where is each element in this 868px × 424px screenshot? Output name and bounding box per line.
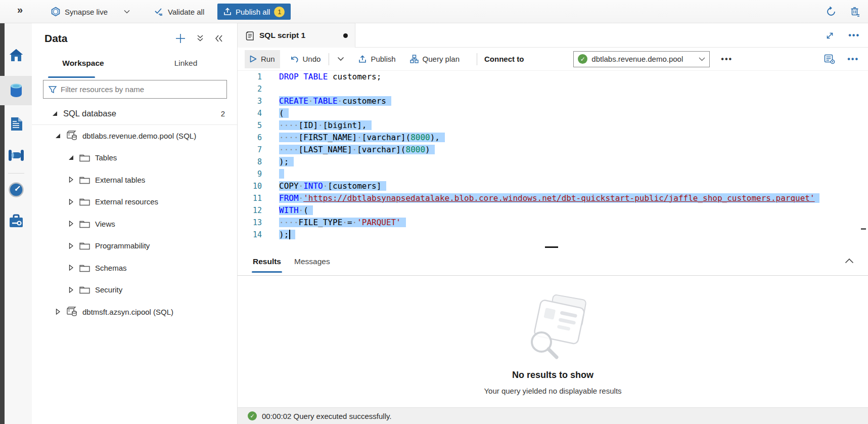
publish-count-badge: 1 — [274, 7, 285, 17]
code-line-4[interactable]: 4( — [238, 107, 868, 119]
collapsed-arrow-icon[interactable] — [66, 177, 75, 183]
tree-item-pool-dbtmsft[interactable]: dbtmsft.azsyn.cipool (SQL) — [32, 301, 237, 323]
line-number: 5 — [238, 119, 268, 132]
folder-icon — [79, 197, 90, 206]
collapsed-arrow-icon[interactable] — [66, 287, 75, 293]
code-line-11[interactable]: 11FROM·'https://dbtlabsynapsedatalake.bl… — [238, 192, 868, 204]
tab-more-actions-icon[interactable]: ••• — [848, 31, 860, 40]
query-status-bar: ✓ 00:00:02 Query executed successfully. — [238, 407, 868, 424]
line-number: 1 — [238, 71, 268, 83]
tree-item-schemas[interactable]: Schemas — [32, 257, 237, 279]
folder-icon — [79, 176, 90, 184]
filter-resources-input[interactable] — [61, 85, 221, 94]
code-line-9[interactable]: 9 — [238, 168, 868, 180]
query-plan-button[interactable]: Query plan — [405, 50, 465, 68]
publish-button[interactable]: Publish — [353, 50, 400, 68]
validate-all-button[interactable]: Validate all — [155, 0, 204, 23]
collapsed-arrow-icon[interactable] — [66, 243, 75, 249]
properties-icon[interactable] — [824, 54, 835, 64]
chevron-down-icon — [337, 57, 344, 61]
code-line-13[interactable]: 13····FILE_TYPE·=·'PARQUET' — [238, 217, 868, 229]
code-line-14[interactable]: 14); — [238, 229, 868, 241]
code-line-2[interactable]: 2 — [238, 83, 868, 95]
toolbar-divider — [329, 53, 329, 65]
collapse-all-icon[interactable] — [197, 34, 204, 43]
connect-to-pool-dropdown[interactable]: ✓ dbtlabs.revenue.demo.pool — [573, 51, 710, 67]
tab-results[interactable]: Results — [253, 257, 281, 266]
collapsed-arrow-icon[interactable] — [66, 265, 75, 271]
nav-monitor-button[interactable] — [0, 176, 32, 203]
code-line-5[interactable]: 5····[ID]·[bigint], — [238, 119, 868, 132]
expand-editor-icon[interactable] — [826, 31, 834, 40]
collapse-results-icon[interactable] — [845, 258, 854, 264]
tab-sql-script-1[interactable]: SQL script 1 — [238, 23, 355, 48]
tab-linked[interactable]: Linked — [134, 56, 237, 74]
panel-title: Data — [44, 32, 68, 45]
validate-icon — [155, 8, 164, 16]
publish-all-button[interactable]: Publish all 1 — [217, 4, 291, 20]
refresh-icon[interactable] — [826, 6, 837, 17]
tree-item-views[interactable]: Views — [32, 213, 237, 235]
tab-messages[interactable]: Messages — [294, 257, 330, 266]
toolbar-more-actions-icon[interactable]: ••• — [721, 55, 733, 64]
code-line-6[interactable]: 6····[FIRST_NAME]·[varchar](8000), — [238, 132, 868, 144]
discard-trash-icon[interactable] — [850, 6, 861, 17]
code-line-8[interactable]: 8); — [238, 156, 868, 168]
gauge-icon — [9, 182, 24, 197]
tree-item-programmability[interactable]: Programmability — [32, 235, 237, 257]
filter-resources-box[interactable] — [43, 80, 227, 99]
nav-home-button[interactable] — [0, 41, 32, 69]
home-icon — [9, 48, 24, 62]
folder-icon — [79, 285, 90, 294]
editor-toolbar: Run Undo Publish Query plan Connect to ✓ — [238, 48, 868, 71]
editor-more-actions-icon[interactable]: ••• — [847, 55, 859, 64]
expanded-arrow-icon[interactable] — [50, 111, 59, 116]
code-line-10[interactable]: 10COPY·INTO·[customers] — [238, 180, 868, 192]
expanded-arrow-icon[interactable] — [66, 155, 75, 160]
publish-all-label: Publish all — [236, 8, 270, 16]
code-line-7[interactable]: 7····[LAST_NAME]·[varchar](8000) — [238, 144, 868, 156]
add-resource-button[interactable] — [175, 33, 186, 44]
main-editor-area: SQL script 1 ••• Run Undo — [238, 23, 868, 424]
document-tabstrip: SQL script 1 ••• — [238, 23, 868, 48]
collapse-panel-icon[interactable] — [215, 35, 223, 42]
tree-item-external-tables[interactable]: External tables — [32, 169, 237, 191]
code-line-12[interactable]: 12WITH·( — [238, 204, 868, 217]
results-tabbar: Results Messages — [238, 252, 868, 276]
play-icon — [250, 55, 257, 63]
folder-icon — [79, 153, 90, 162]
collapsed-arrow-icon[interactable] — [66, 221, 75, 227]
line-number: 9 — [238, 168, 268, 180]
code-line-3[interactable]: 3CREATE·TABLE·customers — [238, 95, 868, 107]
collapsed-arrow-icon[interactable] — [53, 309, 62, 315]
expanded-arrow-icon[interactable] — [53, 133, 62, 139]
collapsed-arrow-icon[interactable] — [66, 199, 75, 205]
database-tree: SQL database 2 dbtlabs.revenue.demo.pool… — [32, 103, 237, 323]
line-number: 4 — [238, 107, 268, 119]
query-plan-icon — [410, 55, 419, 63]
panel-resize-handle[interactable] — [545, 246, 558, 248]
tab-workspace[interactable]: Workspace — [32, 56, 134, 74]
tree-item-tables[interactable]: Tables — [32, 147, 237, 169]
data-panel-tabs: Workspace Linked — [32, 56, 237, 74]
expand-sidebar-icon[interactable]: » — [17, 4, 23, 16]
run-button[interactable]: Run — [245, 50, 280, 68]
nav-develop-button[interactable] — [0, 110, 32, 138]
undo-redo-dropdown[interactable] — [332, 50, 349, 68]
nav-integrate-button[interactable] — [0, 142, 32, 169]
code-line-1[interactable]: 1DROP TABLE customers; — [238, 71, 868, 83]
nav-data-button[interactable] — [0, 76, 32, 105]
pipeline-icon — [8, 149, 24, 162]
folder-icon — [79, 241, 90, 250]
mode-selector[interactable]: Synapse live — [51, 0, 130, 23]
tree-item-pool-dbtlabs[interactable]: dbtlabs.revenue.demo.pool (SQL) — [32, 125, 237, 147]
undo-button[interactable]: Undo — [285, 50, 326, 68]
sql-code-editor[interactable]: 1DROP TABLE customers;23CREATE·TABLE·cus… — [238, 71, 868, 249]
publish-icon — [358, 55, 367, 63]
tree-item-external-resources[interactable]: External resources — [32, 191, 237, 213]
undo-icon — [290, 55, 299, 63]
nav-manage-button[interactable] — [0, 207, 32, 235]
tree-item-sql-database[interactable]: SQL database 2 — [32, 103, 237, 125]
tree-item-security[interactable]: Security — [32, 279, 237, 301]
line-number: 3 — [238, 95, 268, 107]
